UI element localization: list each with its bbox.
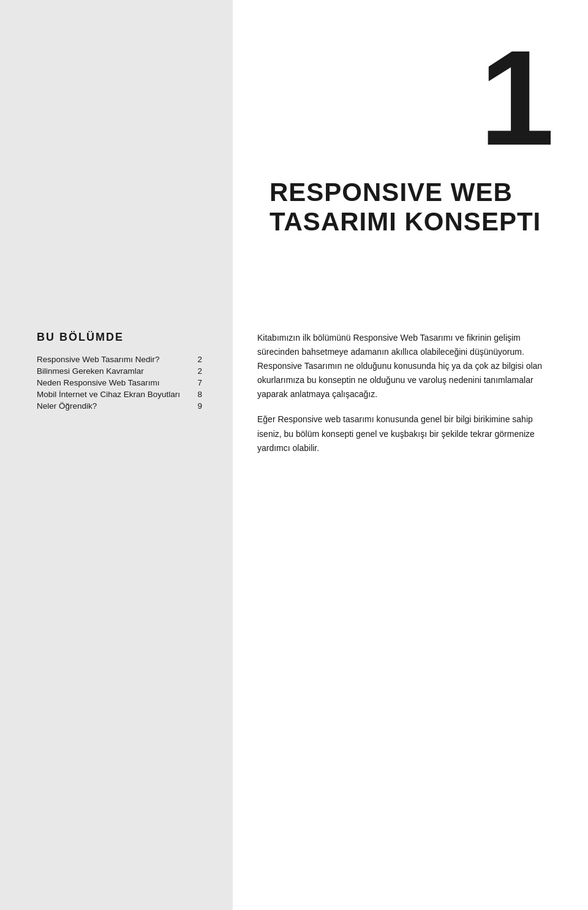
chapter-title: Responsive Web Tasarımı Konsepti (270, 178, 551, 237)
toc-list: Responsive Web Tasarımı Nedir? 2 Bilinme… (37, 355, 202, 411)
description-section: Kitabımızın ilk bölümünü Responsive Web … (233, 331, 588, 466)
toc-page-5: 9 (190, 401, 202, 411)
toc-label-4: Mobil İnternet ve Cihaz Ekran Boyutları (37, 390, 184, 399)
toc-row-4: Mobil İnternet ve Cihaz Ekran Boyutları … (37, 390, 202, 399)
toc-label-3: Neden Responsive Web Tasarımı (37, 378, 184, 387)
description-paragraph1: Kitabımızın ilk bölümünü Responsive Web … (257, 331, 551, 401)
toc-row-3: Neden Responsive Web Tasarımı 7 (37, 378, 202, 387)
toc-row-2: Bilinmesi Gereken Kavramlar 2 (37, 366, 202, 376)
chapter-title-line1: Responsive Web (270, 178, 551, 207)
bu-bolumde-section: Bu Bölümde Responsive Web Tasarımı Nedir… (0, 331, 233, 466)
toc-row-5: Neler Öğrendik? 9 (37, 401, 202, 411)
toc-label-1: Responsive Web Tasarımı Nedir? (37, 355, 184, 364)
toc-label-5: Neler Öğrendik? (37, 401, 184, 411)
toc-page-1: 2 (190, 355, 202, 364)
toc-page-2: 2 (190, 366, 202, 376)
chapter-title-area: Responsive Web Tasarımı Konsepti (270, 178, 551, 237)
lower-section: Bu Bölümde Responsive Web Tasarımı Nedir… (0, 331, 588, 466)
description-paragraph2: Eğer Responsive web tasarımı konusunda g… (257, 412, 551, 455)
toc-label-2: Bilinmesi Gereken Kavramlar (37, 366, 184, 376)
toc-page-3: 7 (190, 378, 202, 387)
bu-bolumde-heading: Bu Bölümde (37, 331, 202, 344)
chapter-title-line2: Tasarımı Konsepti (270, 207, 551, 237)
toc-page-4: 8 (190, 390, 202, 399)
chapter-number: 1 (480, 31, 551, 165)
toc-row-1: Responsive Web Tasarımı Nedir? 2 (37, 355, 202, 364)
